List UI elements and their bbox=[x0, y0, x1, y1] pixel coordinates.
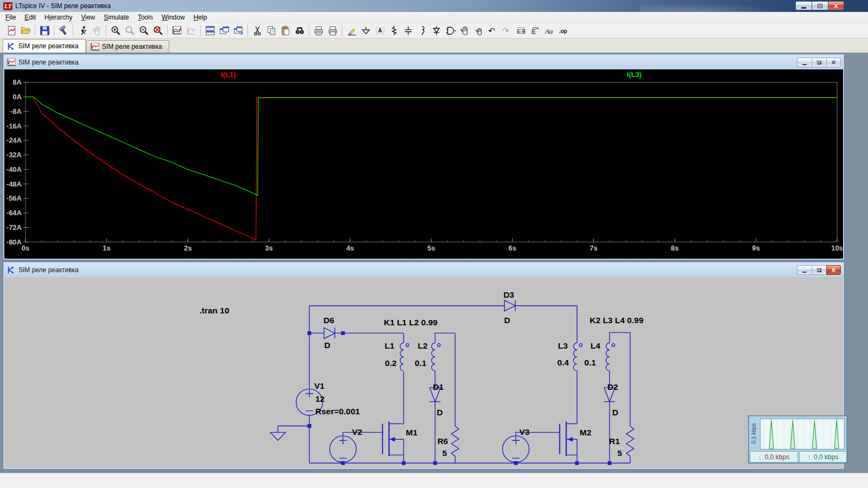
label-L1[interactable]: L1 bbox=[385, 341, 394, 350]
rser-V1[interactable]: Rser=0.001 bbox=[315, 407, 360, 416]
place-capacitor-button[interactable] bbox=[401, 24, 414, 37]
inductor-L3[interactable] bbox=[573, 343, 582, 371]
label-R1[interactable]: R1 bbox=[609, 436, 620, 446]
ground-symbol[interactable] bbox=[270, 432, 285, 440]
save-button[interactable] bbox=[38, 24, 51, 37]
schematic-canvas-area[interactable]: .tran 10 D6 D D3 D K1 L1 L2 0.99 K2 L3 L… bbox=[4, 277, 843, 468]
label-D1[interactable]: D1 bbox=[433, 382, 444, 391]
place-resistor-button[interactable] bbox=[387, 24, 400, 37]
paste-button[interactable] bbox=[279, 24, 292, 37]
menu-file[interactable]: File bbox=[1, 12, 20, 22]
download-rate-box[interactable]: ↓ 0,0 kbps bbox=[750, 451, 798, 463]
waveform-close-button[interactable]: × bbox=[826, 57, 841, 67]
close-button[interactable]: × bbox=[828, 1, 844, 10]
diode-D6[interactable] bbox=[324, 328, 335, 338]
trace-I(L3)[interactable] bbox=[25, 97, 837, 196]
label-D3[interactable]: D3 bbox=[503, 290, 514, 299]
mirror-button[interactable]: E∃ bbox=[514, 24, 527, 37]
undo-button[interactable]: ↶ bbox=[486, 24, 499, 37]
nmos-M1[interactable] bbox=[382, 421, 404, 456]
waveform-minimize-button[interactable] bbox=[797, 57, 812, 67]
rotate-button[interactable]: E bbox=[528, 24, 541, 37]
draw-wire-button[interactable] bbox=[345, 24, 358, 37]
model-D6[interactable]: D bbox=[324, 341, 330, 350]
trace-label-I(L1)[interactable]: I(L1) bbox=[221, 70, 235, 79]
menu-view[interactable]: View bbox=[76, 12, 99, 22]
menu-hierarchy[interactable]: Hierarchy bbox=[40, 12, 76, 22]
new-schematic-button[interactable] bbox=[5, 24, 18, 37]
copy-button[interactable] bbox=[265, 24, 278, 37]
control-panel-button[interactable] bbox=[57, 24, 70, 37]
diode-D3[interactable] bbox=[505, 300, 515, 311]
menu-help[interactable]: Help bbox=[189, 12, 212, 22]
maximize-button[interactable] bbox=[812, 1, 828, 10]
label-V1[interactable]: V1 bbox=[314, 381, 324, 390]
value-R1[interactable]: 5 bbox=[617, 448, 622, 458]
nmos-M2[interactable] bbox=[560, 421, 577, 456]
print-preview-button[interactable] bbox=[312, 24, 325, 37]
schematic-minimize-button[interactable] bbox=[797, 265, 812, 275]
inductor-L1[interactable] bbox=[400, 343, 409, 371]
voltage-source-V3[interactable] bbox=[502, 436, 529, 463]
label-L3[interactable]: L3 bbox=[558, 341, 568, 350]
autorange-y-axis-button[interactable] bbox=[170, 24, 183, 37]
inductor-L2[interactable] bbox=[431, 343, 440, 371]
spice-directive-button[interactable]: .op bbox=[557, 24, 570, 37]
place-component-button[interactable] bbox=[444, 24, 457, 37]
tile-horizontally-button[interactable] bbox=[203, 24, 216, 37]
menu-tools[interactable]: Tools bbox=[133, 12, 157, 22]
zoom-out-button[interactable] bbox=[137, 24, 150, 37]
zoom-in-button[interactable] bbox=[109, 24, 122, 37]
cut-button[interactable] bbox=[251, 24, 264, 37]
menu-window[interactable]: Window bbox=[157, 12, 189, 22]
inductor-L4[interactable] bbox=[606, 343, 615, 371]
find-button[interactable] bbox=[293, 24, 306, 37]
upload-rate-box[interactable]: ↑ 0,0 kbps bbox=[799, 451, 847, 463]
menu-simulate[interactable]: Simulate bbox=[99, 12, 133, 22]
menu-edit[interactable]: Edit bbox=[20, 12, 40, 22]
voltage-source-V2[interactable] bbox=[330, 436, 356, 463]
tab-waveform[interactable]: SIM реле реактивка bbox=[86, 40, 169, 53]
resistor-R1[interactable] bbox=[627, 426, 634, 456]
label-V3[interactable]: V3 bbox=[519, 427, 529, 436]
window-titlebar[interactable]: LT LTspice IV - SIM реле реактивка × bbox=[0, 0, 868, 12]
drag-button[interactable] bbox=[472, 24, 485, 37]
value-L3[interactable]: 0.4 bbox=[557, 358, 569, 367]
waveform-plot-area[interactable]: 0s1s2s3s4s5s6s7s8s9s10s8A0A-8A-16A-24A-3… bbox=[4, 69, 843, 259]
place-ground-button[interactable] bbox=[359, 24, 372, 37]
spice-directive-text[interactable]: .tran 10 bbox=[200, 306, 229, 315]
coupling-K1[interactable]: K1 L1 L2 0.99 bbox=[384, 318, 438, 328]
tile-vertically-button[interactable] bbox=[218, 24, 231, 37]
value-V1[interactable]: 12 bbox=[315, 394, 324, 403]
label-R6[interactable]: R6 bbox=[437, 436, 448, 446]
trace-label-I(L3)[interactable]: I(L3) bbox=[627, 70, 641, 79]
label-L4[interactable]: L4 bbox=[591, 341, 601, 350]
label-net-button[interactable]: A bbox=[373, 24, 386, 37]
label-D6[interactable]: D6 bbox=[323, 316, 334, 325]
label-M1[interactable]: M1 bbox=[406, 428, 418, 437]
network-monitor-widget[interactable]: 0,1 kbps ↓ 0,0 kbps ↑ 0,0 kbps bbox=[748, 415, 847, 464]
trace-I(L1)[interactable] bbox=[25, 97, 837, 240]
waveform-window-titlebar[interactable]: SIM реле реактивка × bbox=[4, 55, 843, 69]
label-V2[interactable]: V2 bbox=[352, 427, 362, 436]
label-D2[interactable]: D2 bbox=[608, 382, 618, 391]
model-D2[interactable]: D bbox=[612, 408, 618, 417]
place-diode-button[interactable] bbox=[430, 24, 443, 37]
waveform-restore-button[interactable] bbox=[812, 57, 826, 67]
tab-schematic[interactable]: SIM реле реактивка bbox=[3, 39, 86, 53]
value-R6[interactable]: 5 bbox=[442, 448, 447, 458]
run-button[interactable] bbox=[76, 24, 89, 37]
value-L2[interactable]: 0.1 bbox=[414, 358, 426, 368]
waveform-plot[interactable]: 0s1s2s3s4s5s6s7s8s9s10s8A0A-8A-16A-24A-3… bbox=[4, 69, 843, 259]
value-L4[interactable]: 0.1 bbox=[584, 358, 596, 367]
label-L2[interactable]: L2 bbox=[418, 341, 427, 350]
schematic-window-titlebar[interactable]: SIM реле реактивка × bbox=[4, 263, 843, 277]
schematic-canvas[interactable]: .tran 10 D6 D D3 D K1 L1 L2 0.99 K2 L3 L… bbox=[4, 277, 843, 468]
value-L1[interactable]: 0.2 bbox=[385, 358, 397, 368]
model-D1[interactable]: D bbox=[437, 408, 443, 417]
schematic-restore-button[interactable] bbox=[812, 265, 826, 275]
model-D3[interactable]: D bbox=[504, 316, 510, 325]
place-inductor-button[interactable] bbox=[416, 24, 429, 37]
resistor-R6[interactable] bbox=[451, 426, 459, 456]
minimize-button[interactable] bbox=[795, 1, 812, 10]
